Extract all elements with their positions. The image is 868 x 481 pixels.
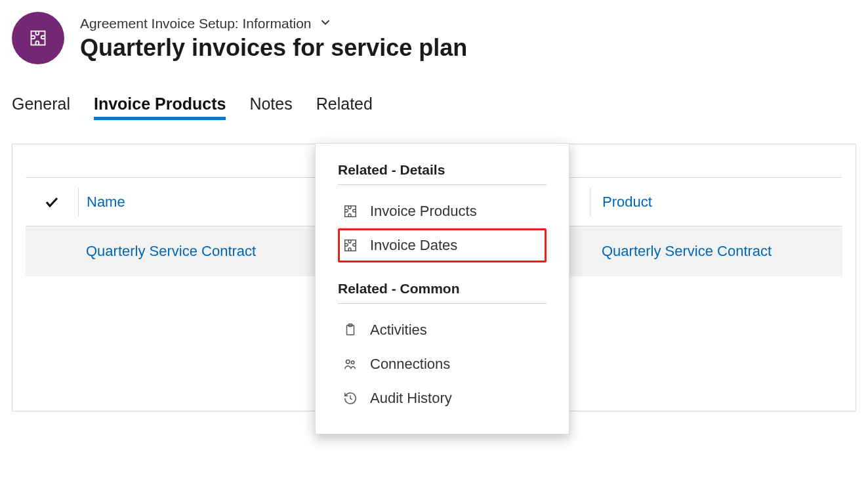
related-item-label: Invoice Dates [370,237,457,254]
related-item-label: Connections [370,356,450,373]
tab-strip: General Invoice Products Notes Related [0,64,868,119]
related-dropdown: Related - Details Invoice Products Invoi… [315,143,569,434]
clipboard-icon [342,322,358,338]
related-item-label: Activities [370,322,427,339]
related-details-heading: Related - Details [338,162,547,185]
puzzle-icon [29,29,47,47]
related-item-label: Invoice Products [370,203,477,220]
form-name-row[interactable]: Agreement Invoice Setup: Information [80,15,467,33]
svg-rect-0 [31,31,45,45]
tab-invoice-products[interactable]: Invoice Products [94,94,226,119]
record-title: Quarterly invoices for service plan [80,34,467,62]
puzzle-icon [342,203,358,219]
tab-general[interactable]: General [12,94,70,119]
related-item-activities[interactable]: Activities [338,313,547,347]
related-item-connections[interactable]: Connections [338,347,547,381]
tab-notes[interactable]: Notes [249,94,292,119]
related-item-label: Audit History [370,390,452,407]
chevron-down-icon [318,15,333,33]
svg-rect-1 [345,206,356,217]
svg-point-5 [346,360,350,364]
puzzle-icon [342,238,358,253]
svg-rect-2 [345,240,356,251]
related-common-heading: Related - Common [338,281,547,304]
entity-badge [12,12,64,64]
form-name-label: Agreement Invoice Setup: Information [80,16,312,31]
related-item-invoice-dates[interactable]: Invoice Dates [338,228,547,262]
record-header: Agreement Invoice Setup: Information Qua… [0,0,868,64]
svg-point-6 [351,361,354,364]
column-header-product[interactable]: Product [590,188,842,217]
tab-related[interactable]: Related [316,94,373,119]
related-item-invoice-products[interactable]: Invoice Products [338,194,547,228]
related-item-audit-history[interactable]: Audit History [338,381,547,415]
select-all-check[interactable] [26,194,78,210]
cell-product[interactable]: Quarterly Service Contract [590,243,842,260]
history-icon [342,390,358,406]
people-icon [342,356,358,372]
